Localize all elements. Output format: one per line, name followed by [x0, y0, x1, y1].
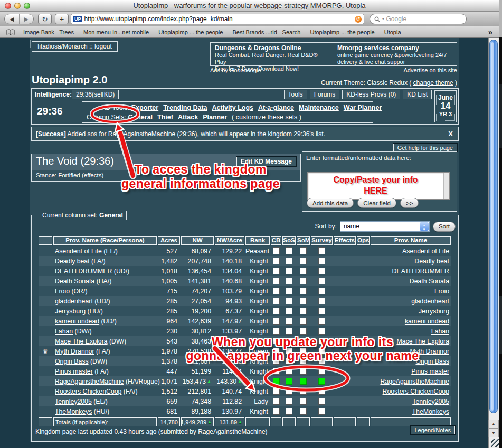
cb-checkbox[interactable] — [273, 408, 280, 415]
cb-checkbox[interactable] — [273, 398, 280, 405]
cb-checkbox[interactable] — [273, 308, 280, 314]
som-checkbox[interactable] — [300, 247, 307, 254]
data-entry-textarea[interactable]: Copy/Paste your info HERE — [307, 172, 450, 200]
province-link[interactable]: Pinus master — [55, 368, 93, 375]
edit-kd-message-button[interactable]: Edit KD Message — [236, 157, 296, 166]
cb-checkbox[interactable] — [273, 278, 280, 284]
bookmark-item[interactable]: Mon menu In...net mobile — [83, 29, 149, 35]
cb-checkbox[interactable] — [273, 298, 280, 304]
window-titlebar[interactable]: Utopiapimp - warforums for the popular w… — [0, 0, 499, 12]
province-link[interactable]: Jerrysburg — [55, 308, 86, 315]
province-link[interactable]: TheMonkeys — [55, 408, 92, 415]
som-checkbox[interactable] — [300, 278, 307, 284]
sos-checkbox[interactable] — [286, 318, 292, 325]
advertise-link[interactable]: Advertise on this site — [404, 67, 458, 73]
survey-checkbox[interactable] — [318, 247, 325, 254]
sos-checkbox[interactable] — [286, 288, 292, 294]
bookmark-item[interactable]: Best Brands ...rld - Search — [232, 29, 300, 35]
tab-kd-list[interactable]: KD List — [403, 90, 432, 99]
ad-2-title-link[interactable]: Mmorpg services company — [337, 44, 452, 52]
province-link[interactable]: Asendent of Life — [55, 247, 102, 255]
kd-tool-link[interactable]: War Planner — [344, 104, 382, 111]
province-link-right[interactable]: DEATH DRUMMER — [392, 268, 449, 275]
sos-checkbox[interactable] — [286, 388, 292, 395]
bookmark-item[interactable]: Utopiapimp ... the people — [310, 29, 374, 35]
sos-checkbox[interactable] — [286, 258, 292, 264]
legend-notes-button[interactable]: Legend/Notes — [411, 426, 456, 434]
province-link-right[interactable]: Asendent of Life — [402, 247, 449, 255]
som-checkbox[interactable] — [300, 328, 307, 335]
sort-select[interactable]: name ▲▼ — [340, 221, 430, 232]
som-checkbox[interactable] — [300, 288, 307, 294]
province-link[interactable]: Deadly beat — [55, 258, 90, 265]
tab-self-kd[interactable]: 29:36(selfKD) — [72, 90, 119, 99]
sos-checkbox[interactable] — [286, 247, 292, 254]
cb-checkbox[interactable] — [273, 288, 280, 294]
clear-field-button[interactable]: Clear field — [357, 198, 396, 208]
tab-tools[interactable]: Tools — [284, 90, 307, 99]
scrollbar-down-icon[interactable]: ▼ — [488, 428, 499, 437]
province-link-right[interactable]: Mace The Explora — [396, 338, 449, 345]
province-link-right[interactable]: Lahan — [431, 328, 449, 335]
survey-checkbox[interactable] — [318, 408, 325, 415]
column-set-link-general[interactable]: General — [128, 113, 153, 121]
column-set-link-thief[interactable]: Thief — [157, 113, 173, 121]
province-link-right[interactable]: Origin Bass — [415, 358, 449, 365]
survey-checkbox[interactable] — [318, 278, 325, 284]
province-link-right[interactable]: RageAgainstheMachine — [380, 378, 449, 385]
url-text[interactable]: http://www.utopiapimp.com/index.php?page… — [84, 15, 353, 23]
province-link-right[interactable]: Death Sonata — [410, 278, 449, 285]
reload-button[interactable]: ↻ — [38, 14, 52, 24]
tab-kd-less-provs-0-[interactable]: KD-less Provs (0) — [342, 90, 400, 99]
province-link-right[interactable]: TheMonkeys — [412, 408, 449, 415]
province-link-right[interactable]: Jerrysburg — [419, 308, 449, 315]
success-province-link[interactable]: RageAgainstheMachine — [108, 130, 175, 138]
forward-button[interactable]: ▶ — [20, 14, 34, 24]
sos-checkbox[interactable] — [286, 268, 292, 274]
close-message-icon[interactable]: X — [448, 130, 453, 138]
som-checkbox[interactable] — [300, 308, 307, 314]
url-field[interactable]: UP http://www.utopiapimp.com/index.php?p… — [71, 14, 364, 24]
add-this-data-button[interactable]: Add this data — [307, 198, 354, 208]
survey-checkbox[interactable] — [318, 308, 325, 314]
province-link[interactable]: Froio — [55, 288, 70, 295]
cb-checkbox[interactable] — [273, 338, 280, 345]
survey-checkbox[interactable] — [318, 258, 325, 264]
ad-1-title-link[interactable]: Dungeons & Dragons Online — [215, 44, 330, 52]
scrollbar-up-icon[interactable]: ▲ — [488, 420, 499, 428]
kd-tool-link[interactable]: Exporter — [131, 104, 158, 111]
more-button[interactable]: >> — [400, 198, 419, 208]
som-checkbox[interactable] — [300, 338, 307, 345]
back-button[interactable]: ◀ — [5, 14, 20, 24]
province-link[interactable]: Myth Drannor — [55, 348, 94, 355]
province-link[interactable]: Lahan — [55, 328, 73, 335]
sos-checkbox[interactable] — [286, 348, 292, 355]
bookmark-item[interactable]: Image Bank - Trees — [23, 29, 74, 35]
search-dropdown-icon[interactable]: ▾ — [382, 17, 384, 21]
survey-checkbox[interactable] — [318, 368, 325, 375]
province-link[interactable]: Tennley2005 — [55, 398, 92, 405]
window-scrollbar-thumb[interactable] — [489, 40, 498, 413]
province-link-right[interactable]: kameni undead — [405, 318, 449, 325]
sos-checkbox[interactable] — [286, 338, 292, 345]
sos-checkbox[interactable] — [286, 358, 292, 365]
column-set-link-planner[interactable]: Planner — [203, 113, 227, 121]
province-link[interactable]: Roosters ChickenCoop — [55, 388, 121, 395]
bookmark-item[interactable]: Utopiapimp ... the people — [158, 29, 223, 35]
cb-checkbox[interactable] — [273, 328, 280, 335]
province-link-right[interactable]: gladdenheart — [411, 298, 449, 305]
province-link[interactable]: Origin Bass — [55, 358, 89, 365]
column-set-link-attack[interactable]: Attack — [178, 113, 198, 121]
stance-effects-link[interactable]: effects — [84, 172, 102, 178]
som-checkbox[interactable] — [300, 408, 307, 415]
bookmarks-overflow-icon[interactable]: » — [488, 27, 492, 36]
sos-checkbox[interactable] — [286, 328, 292, 335]
kd-tool-link[interactable]: Trending Data — [163, 104, 207, 111]
province-link[interactable]: RageAgainstheMachine — [55, 378, 124, 385]
window-resize-grip[interactable] — [491, 439, 499, 447]
change-theme-link[interactable]: change theme — [413, 79, 453, 87]
bookmark-item[interactable]: Utopia — [384, 29, 401, 35]
province-link[interactable]: DEATH DRUMMER — [55, 268, 112, 275]
sos-checkbox[interactable] — [286, 278, 292, 284]
survey-checkbox[interactable] — [318, 288, 325, 294]
